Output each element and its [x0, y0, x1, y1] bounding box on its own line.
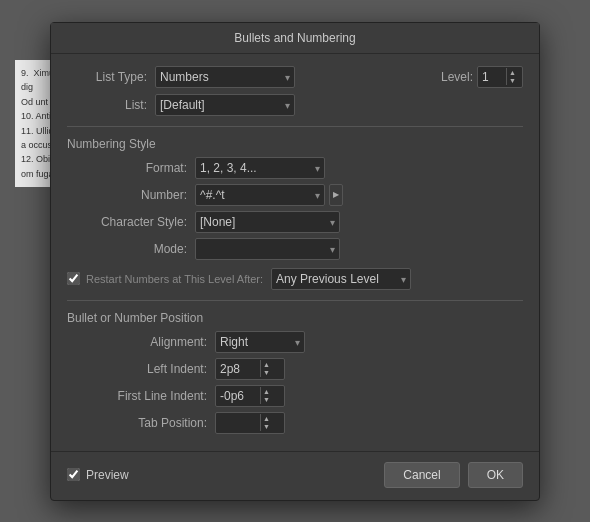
tab-position-down-icon[interactable]: ▼ [263, 423, 270, 431]
preview-label: Preview [86, 468, 129, 482]
position-section-label: Bullet or Number Position [67, 311, 523, 325]
list-select[interactable]: [Default] [155, 94, 295, 116]
tab-position-spin-buttons[interactable]: ▲ ▼ [260, 414, 272, 431]
character-style-label: Character Style: [67, 215, 187, 229]
tab-position-input[interactable] [216, 416, 260, 430]
first-line-indent-spinner[interactable]: ▲ ▼ [215, 385, 285, 407]
level-input[interactable] [478, 70, 506, 84]
number-select-wrapper: ^#.^t [195, 184, 325, 206]
format-select-wrapper: 1, 2, 3, 4... [195, 157, 325, 179]
list-select-wrapper: [Default] [155, 94, 295, 116]
first-line-indent-label: First Line Indent: [67, 389, 207, 403]
numbering-style-section-label: Numbering Style [67, 137, 523, 151]
level-label: Level: [441, 70, 473, 84]
list-type-select-wrapper: Numbers [155, 66, 295, 88]
alignment-select[interactable]: Right [215, 331, 305, 353]
restart-option-select-wrapper: Any Previous Level [271, 268, 411, 290]
level-up-icon[interactable]: ▲ [509, 69, 516, 77]
left-indent-up-icon[interactable]: ▲ [263, 361, 270, 369]
restart-option-select[interactable]: Any Previous Level [271, 268, 411, 290]
format-label: Format: [67, 161, 187, 175]
character-style-select[interactable]: [None] [195, 211, 340, 233]
left-indent-input[interactable] [216, 362, 260, 376]
first-line-indent-down-icon[interactable]: ▼ [263, 396, 270, 404]
restart-label: Restart Numbers at This Level After: [86, 273, 263, 285]
level-spin-buttons[interactable]: ▲ ▼ [506, 68, 518, 85]
restart-row: Restart Numbers at This Level After: Any… [67, 268, 523, 290]
tab-position-label: Tab Position: [67, 416, 207, 430]
alignment-label: Alignment: [67, 335, 207, 349]
list-type-label: List Type: [67, 70, 147, 84]
bullets-numbering-dialog: Bullets and Numbering List Type: Numbers… [50, 22, 540, 501]
mode-select-wrapper [195, 238, 340, 260]
dialog-footer: Preview Cancel OK [51, 451, 539, 500]
first-line-indent-spin-buttons[interactable]: ▲ ▼ [260, 387, 272, 404]
left-indent-label: Left Indent: [67, 362, 207, 376]
number-select[interactable]: ^#.^t [195, 184, 325, 206]
restart-checkbox[interactable] [67, 272, 80, 285]
mode-label: Mode: [67, 242, 187, 256]
level-spinner[interactable]: ▲ ▼ [477, 66, 523, 88]
tab-position-spinner[interactable]: ▲ ▼ [215, 412, 285, 434]
preview-row: Preview [67, 468, 129, 482]
first-line-indent-input[interactable] [216, 389, 260, 403]
preview-checkbox[interactable] [67, 468, 80, 481]
list-label: List: [67, 98, 147, 112]
dialog-title: Bullets and Numbering [51, 23, 539, 54]
left-indent-spinner[interactable]: ▲ ▼ [215, 358, 285, 380]
alignment-select-wrapper: Right [215, 331, 305, 353]
mode-select[interactable] [195, 238, 340, 260]
format-select[interactable]: 1, 2, 3, 4... [195, 157, 325, 179]
left-indent-spin-buttons[interactable]: ▲ ▼ [260, 360, 272, 377]
first-line-indent-up-icon[interactable]: ▲ [263, 388, 270, 396]
footer-buttons: Cancel OK [384, 462, 523, 488]
level-down-icon[interactable]: ▼ [509, 77, 516, 85]
ok-button[interactable]: OK [468, 462, 523, 488]
number-expand-button[interactable]: ▶ [329, 184, 343, 206]
character-style-select-wrapper: [None] [195, 211, 340, 233]
list-type-select[interactable]: Numbers [155, 66, 295, 88]
number-label: Number: [67, 188, 187, 202]
tab-position-up-icon[interactable]: ▲ [263, 415, 270, 423]
left-indent-down-icon[interactable]: ▼ [263, 369, 270, 377]
cancel-button[interactable]: Cancel [384, 462, 459, 488]
